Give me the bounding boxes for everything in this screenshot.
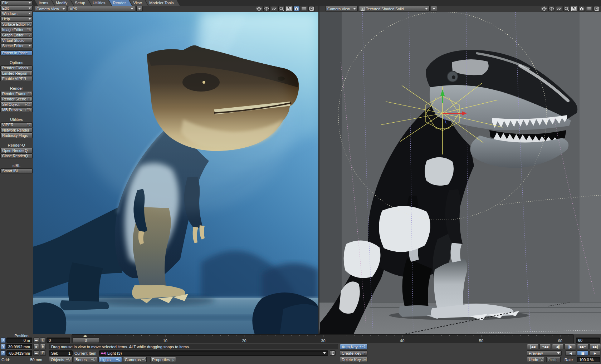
zoom-icon[interactable] xyxy=(556,6,562,11)
redo-button[interactable]: Redo xyxy=(546,357,561,362)
vpr-preview-viewport[interactable] xyxy=(33,12,318,334)
sidebar-item-surface-editor[interactable]: Surface EditorF5 xyxy=(0,22,33,27)
chevron-down-icon xyxy=(433,8,435,10)
tab-utilities[interactable]: Utilities xyxy=(89,0,111,6)
menu-icon[interactable] xyxy=(301,6,307,11)
menu-help[interactable]: Help xyxy=(0,16,33,21)
current-frame-field[interactable]: 0 xyxy=(47,338,70,343)
nudge-x-button[interactable]: ◀▶ xyxy=(33,338,39,343)
undo-button[interactable]: Undo^Z xyxy=(527,357,545,362)
sidebar-item-open-renderq[interactable]: Open RenderQ xyxy=(0,148,33,153)
rate-field[interactable]: 100.0 % xyxy=(577,357,600,362)
left-viewport-menu-dropdown[interactable] xyxy=(136,6,143,11)
maximize-icon[interactable] xyxy=(571,6,577,11)
sidebar-item-render-globals[interactable]: Render Globals xyxy=(0,65,33,70)
envelope-x-button[interactable]: E xyxy=(40,338,46,343)
sidebar-item-image-editor[interactable]: Image EditorF6 xyxy=(0,27,33,32)
shortcut-key: F10 xyxy=(26,97,33,101)
step-back-button[interactable]: ◀|| xyxy=(552,344,563,349)
filter-cameras-button[interactable]: Cameras+C xyxy=(123,357,147,362)
sidebar-item-sel-object[interactable]: Sel ObjectF11 xyxy=(0,102,33,107)
keyframe-icon[interactable] xyxy=(308,6,315,11)
tab-view[interactable]: View xyxy=(130,0,148,6)
tab-setup[interactable]: Setup xyxy=(71,0,91,6)
magnify-icon[interactable] xyxy=(563,6,570,11)
auto-key-button[interactable]: Auto Key+F1 xyxy=(340,344,367,349)
timeline-knob[interactable]: 0 xyxy=(73,338,99,343)
prev-key-button[interactable]: +◀◀ xyxy=(539,344,551,349)
menu-icon[interactable] xyxy=(586,6,592,11)
opengl-scene-viewport[interactable] xyxy=(319,12,601,334)
right-render-mode-dropdown[interactable]: TTextured Shaded Solid xyxy=(359,6,430,11)
tab-modeler-tools[interactable]: Modeler Tools xyxy=(145,0,180,6)
sidebar-item-mb-preview[interactable]: MB Preview+F9 xyxy=(0,107,33,112)
timeline-ruler[interactable]: 102030405060 xyxy=(72,334,574,343)
sidebar-item-render-frame[interactable]: Render FrameF9 xyxy=(0,91,33,96)
sidebar-item-virtual-studio[interactable]: Virtual Studio xyxy=(0,38,33,43)
position-x-value[interactable]: 0 m xyxy=(6,338,32,343)
position-y-value[interactable]: 39.9992 mm xyxy=(6,344,32,349)
filter-bones-button[interactable]: Bones+B xyxy=(74,357,97,362)
chevron-down-icon xyxy=(323,352,326,354)
keyframe-icon[interactable] xyxy=(593,6,600,11)
envelope-y-button[interactable]: E xyxy=(40,344,46,349)
nudge-z-button[interactable]: ◀▶ xyxy=(33,350,39,356)
ruler-frame-20: 20 xyxy=(242,339,246,343)
tab-items[interactable]: Items xyxy=(35,0,54,6)
button-label: Close RenderQ xyxy=(2,154,28,158)
rotate-icon[interactable] xyxy=(263,6,270,11)
rotate-icon[interactable] xyxy=(548,6,555,11)
maximize-icon[interactable] xyxy=(286,6,292,11)
selection-count-field[interactable]: Sel:1 xyxy=(49,350,73,356)
create-key-button[interactable]: Create Keyret xyxy=(340,350,367,356)
go-start-button[interactable]: |◀◀ xyxy=(527,344,538,349)
axis-x-box[interactable]: X xyxy=(1,338,6,343)
tab-modify[interactable]: Modify xyxy=(52,0,73,6)
sidebar-item-limited-region[interactable]: Limited Regionl xyxy=(0,71,33,76)
move-icon[interactable] xyxy=(256,6,262,11)
menu-edit[interactable]: Edit xyxy=(0,6,33,11)
pause-button[interactable]: ▮▮ xyxy=(577,350,588,356)
sidebar-item-network-render[interactable]: Network Render xyxy=(0,128,33,133)
axis-z-box[interactable]: Z xyxy=(1,350,6,356)
sidebar-item-radiosity-flags[interactable]: Radiosity Flags xyxy=(0,133,33,138)
filter-properties-button[interactable]: Propertiesp xyxy=(150,357,176,362)
sidebar-item-render-scene[interactable]: Render SceneF10 xyxy=(0,97,33,102)
sidebar-item-close-renderq[interactable]: Close RenderQ xyxy=(0,153,33,158)
delete-key-button[interactable]: Delete Keydel xyxy=(340,357,367,362)
axis-y-box[interactable]: Y xyxy=(1,344,6,349)
sidebar-item-parent-in-place[interactable]: Parent in Place xyxy=(0,50,33,55)
tab-render[interactable]: Render xyxy=(109,0,132,6)
sidebar-item-smart-ibl[interactable]: Smart IBL xyxy=(0,168,33,173)
preview-dropdown[interactable]: Preview xyxy=(527,350,562,356)
right-viewport-menu-dropdown[interactable] xyxy=(431,6,437,11)
end-frame-field[interactable]: 60 xyxy=(576,338,600,343)
shortcut-key: F9 xyxy=(26,92,32,96)
camera-icon[interactable] xyxy=(293,6,300,11)
play-backward-button[interactable]: ◀ xyxy=(565,350,576,356)
filter-objects-button[interactable]: Objects+O xyxy=(49,357,73,362)
sidebar-item-viper[interactable]: VIPERF7 xyxy=(0,122,33,127)
menu-file[interactable]: File xyxy=(0,0,33,5)
envelope-z-button[interactable]: E xyxy=(40,350,46,356)
next-key-button[interactable]: ▶▶+ xyxy=(577,344,588,349)
left-render-mode-dropdown[interactable]: VPR xyxy=(68,6,135,11)
menu-windows[interactable]: Windows xyxy=(0,11,33,16)
right-view-type-dropdown[interactable]: Camera View xyxy=(326,6,358,11)
zoom-icon[interactable] xyxy=(271,6,277,11)
sidebar-item-scene-editor[interactable]: Scene Editor xyxy=(0,43,33,48)
position-z-value[interactable]: -65.0419mm xyxy=(6,350,32,356)
current-item-dropdown[interactable]: Light (3) xyxy=(99,350,328,356)
play-forward-button[interactable]: ▶ xyxy=(590,350,600,356)
step-forward-button[interactable]: ||▶ xyxy=(565,344,576,349)
nudge-y-button[interactable]: ◀▶ xyxy=(33,344,39,349)
sidebar-item-enable-viper[interactable]: Enable VIPER xyxy=(0,76,33,81)
magnify-icon[interactable] xyxy=(278,6,285,11)
item-list-button[interactable] xyxy=(330,350,336,356)
left-view-type-dropdown[interactable]: Camera View xyxy=(35,6,67,11)
go-end-button[interactable]: ▶▶| xyxy=(590,344,601,349)
camera-icon[interactable] xyxy=(578,6,585,11)
move-icon[interactable] xyxy=(541,6,547,11)
filter-lights-button[interactable]: Lights+L xyxy=(98,357,122,362)
sidebar-item-graph-editor[interactable]: Graph Editor^F2 xyxy=(0,33,33,38)
